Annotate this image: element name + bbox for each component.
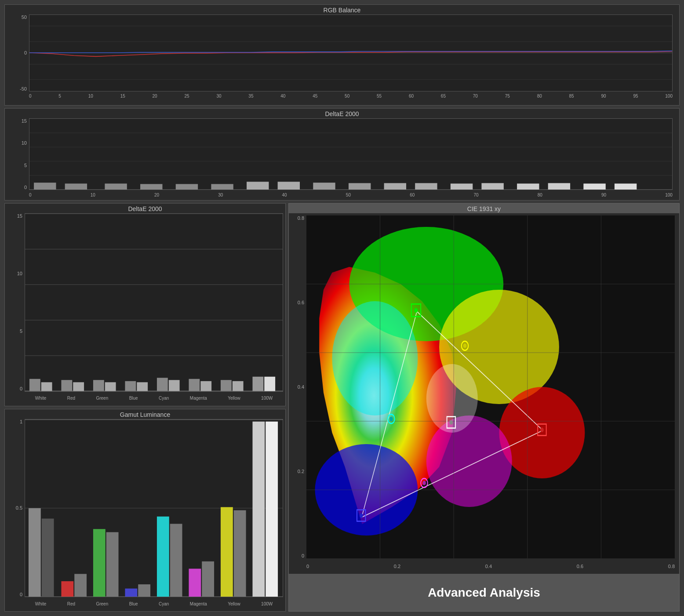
svg-point-95: [540, 427, 544, 432]
deltae-top-svg: [29, 119, 672, 190]
svg-rect-65: [202, 561, 214, 597]
x-label: 10: [88, 94, 93, 98]
svg-point-99: [360, 513, 363, 518]
svg-rect-19: [313, 182, 335, 190]
svg-rect-62: [157, 516, 169, 597]
svg-point-74: [499, 387, 585, 478]
x-label: 20: [154, 193, 159, 197]
svg-rect-55: [42, 518, 54, 597]
x-label: 0: [306, 564, 309, 569]
svg-rect-68: [252, 421, 265, 597]
y-label: 10: [17, 271, 22, 276]
x-label: Magenta: [190, 601, 207, 606]
svg-rect-17: [247, 182, 269, 190]
x-label: 20: [153, 94, 157, 98]
svg-rect-46: [200, 381, 211, 391]
x-label: 100: [665, 94, 673, 98]
svg-rect-16: [211, 184, 233, 190]
svg-rect-18: [278, 182, 300, 190]
y-label: 5: [20, 328, 22, 334]
bottom-row: DeltaE 2000 15 10 5 0: [4, 203, 680, 612]
x-label: 0.2: [394, 564, 400, 569]
svg-rect-43: [157, 378, 168, 391]
svg-rect-21: [384, 183, 406, 190]
y-label: 0: [302, 553, 304, 558]
svg-rect-58: [93, 529, 106, 597]
x-label: Green: [96, 396, 108, 401]
svg-rect-22: [415, 183, 437, 190]
y-label: 0: [24, 50, 27, 55]
svg-rect-64: [189, 569, 201, 597]
svg-rect-28: [615, 183, 637, 190]
svg-rect-69: [266, 421, 278, 597]
x-label: 50: [346, 193, 351, 197]
y-label: 50: [22, 15, 27, 20]
svg-rect-66: [221, 507, 233, 597]
x-label: 60: [409, 94, 414, 98]
x-label: 100W: [261, 601, 273, 606]
x-label: 0.8: [668, 564, 675, 569]
x-label: Yellow: [228, 601, 240, 606]
svg-rect-12: [65, 183, 87, 190]
rgb-balance-title: RGB Balance: [5, 5, 679, 15]
svg-point-89: [415, 308, 418, 313]
advanced-analysis-label: Advanced Analysis: [428, 586, 540, 600]
deltae-bottom-title: DeltaE 2000: [5, 204, 285, 213]
x-label: Red: [67, 396, 75, 401]
x-label: Magenta: [190, 396, 207, 401]
svg-rect-13: [105, 183, 127, 190]
y-label: 0.6: [298, 300, 304, 305]
cie-title: CIE 1931 xy: [289, 204, 679, 213]
x-label: Green: [96, 601, 108, 606]
x-label: 0: [29, 193, 32, 197]
x-label: 0.4: [485, 564, 492, 569]
svg-rect-44: [169, 380, 180, 391]
y-label: 15: [17, 213, 22, 219]
x-label: 70: [473, 94, 478, 98]
x-label: 90: [601, 94, 606, 98]
svg-rect-11: [34, 182, 56, 190]
svg-rect-60: [125, 588, 137, 597]
svg-rect-45: [189, 379, 200, 391]
rgb-balance-svg: [29, 15, 672, 91]
x-label: 45: [313, 94, 317, 98]
gamut-luminance-svg: [25, 419, 283, 597]
svg-rect-47: [221, 380, 232, 391]
x-label: 30: [218, 193, 223, 197]
y-label: 5: [24, 163, 27, 168]
svg-rect-23: [451, 183, 473, 190]
svg-rect-48: [233, 381, 244, 391]
y-label: 0.4: [298, 384, 304, 390]
x-label: Blue: [129, 396, 138, 401]
gamut-luminance-panel: Gamut Luminance 1 0.5 0: [4, 409, 286, 612]
deltae-bottom-panel: DeltaE 2000 15 10 5 0: [4, 203, 286, 406]
advanced-analysis-bar: Advanced Analysis: [289, 574, 679, 611]
x-label: 65: [441, 94, 446, 98]
svg-rect-24: [481, 183, 503, 190]
x-label: 15: [120, 94, 125, 98]
deltae-top-panel: DeltaE 2000 15 10 5 0: [4, 108, 680, 200]
x-label: Red: [67, 601, 75, 606]
x-label: 85: [569, 94, 574, 98]
y-label: 0: [20, 592, 22, 597]
y-label: 10: [22, 140, 27, 146]
svg-rect-27: [583, 183, 605, 190]
x-label: 70: [473, 193, 478, 197]
svg-rect-14: [140, 184, 162, 190]
x-label: Cyan: [159, 601, 169, 606]
x-label: 80: [537, 94, 542, 98]
x-label: 35: [248, 94, 253, 98]
svg-rect-63: [170, 524, 182, 597]
svg-rect-35: [29, 379, 40, 391]
y-label: 1: [20, 419, 22, 424]
svg-rect-37: [61, 380, 72, 391]
gamut-luminance-title: Gamut Luminance: [5, 409, 285, 419]
svg-rect-59: [106, 532, 119, 597]
x-label: 95: [633, 94, 638, 98]
x-label: 90: [601, 193, 606, 197]
x-label: 75: [505, 94, 510, 98]
x-label: 80: [538, 193, 542, 197]
svg-rect-41: [125, 381, 136, 391]
svg-rect-42: [137, 382, 148, 391]
x-label: Blue: [129, 601, 138, 606]
